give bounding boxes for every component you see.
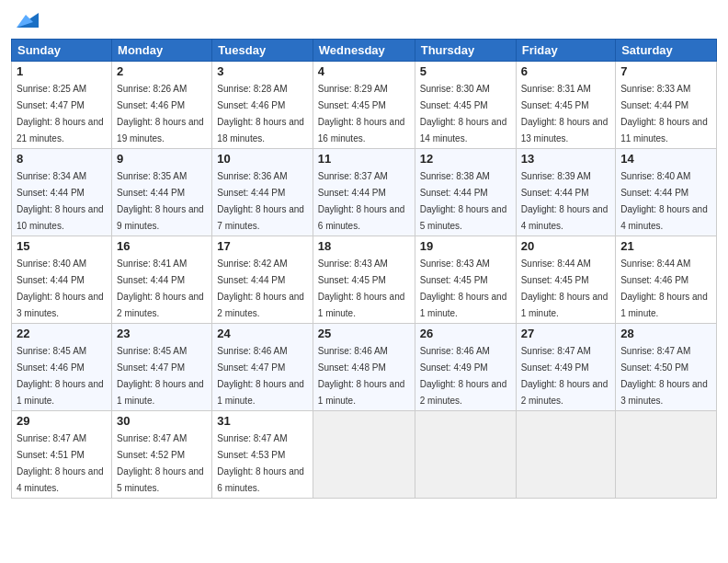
calendar-cell: 5 Sunrise: 8:30 AMSunset: 4:45 PMDayligh… [415,62,516,149]
day-number: 3 [217,64,307,78]
day-number: 8 [17,152,107,166]
day-info: Sunrise: 8:47 AMSunset: 4:50 PMDaylight:… [620,346,708,406]
day-number: 6 [521,64,611,78]
day-info: Sunrise: 8:47 AMSunset: 4:51 PMDaylight:… [17,433,104,493]
day-number: 17 [217,239,307,253]
day-number: 7 [620,64,711,78]
day-info: Sunrise: 8:42 AMSunset: 4:44 PMDaylight:… [217,259,304,318]
day-info: Sunrise: 8:47 AMSunset: 4:53 PMDaylight:… [217,433,304,493]
calendar-cell: 4 Sunrise: 8:29 AMSunset: 4:45 PMDayligh… [313,62,415,149]
day-info: Sunrise: 8:29 AMSunset: 4:45 PMDaylight:… [318,84,405,144]
day-info: Sunrise: 8:28 AMSunset: 4:46 PMDaylight:… [217,84,304,144]
calendar-cell [313,411,415,499]
day-info: Sunrise: 8:46 AMSunset: 4:47 PMDaylight:… [217,346,304,406]
day-info: Sunrise: 8:38 AMSunset: 4:44 PMDaylight:… [420,171,507,231]
day-info: Sunrise: 8:34 AMSunset: 4:44 PMDaylight:… [17,171,104,231]
day-number: 18 [318,239,410,253]
calendar-cell: 21 Sunrise: 8:44 AMSunset: 4:46 PMDaylig… [616,236,717,324]
calendar-cell: 30 Sunrise: 8:47 AMSunset: 4:52 PMDaylig… [112,411,212,499]
day-number: 30 [117,414,207,428]
day-info: Sunrise: 8:47 AMSunset: 4:49 PMDaylight:… [521,346,609,406]
day-info: Sunrise: 8:26 AMSunset: 4:46 PMDaylight:… [117,84,204,144]
calendar-cell: 25 Sunrise: 8:46 AMSunset: 4:48 PMDaylig… [313,324,415,411]
day-info: Sunrise: 8:39 AMSunset: 4:44 PMDaylight:… [521,171,609,231]
calendar: SundayMondayTuesdayWednesdayThursdayFrid… [11,39,717,499]
day-number: 15 [17,239,107,253]
day-header: Thursday [415,40,516,62]
day-info: Sunrise: 8:46 AMSunset: 4:49 PMDaylight:… [420,346,507,406]
calendar-cell: 22 Sunrise: 8:45 AMSunset: 4:46 PMDaylig… [12,324,112,411]
day-info: Sunrise: 8:45 AMSunset: 4:47 PMDaylight:… [117,346,204,406]
day-info: Sunrise: 8:46 AMSunset: 4:48 PMDaylight:… [318,346,405,406]
day-number: 11 [318,152,410,166]
day-number: 5 [420,64,511,78]
calendar-week: 1 Sunrise: 8:25 AMSunset: 4:47 PMDayligh… [12,62,717,149]
calendar-cell: 12 Sunrise: 8:38 AMSunset: 4:44 PMDaylig… [415,149,516,236]
day-info: Sunrise: 8:30 AMSunset: 4:45 PMDaylight:… [420,84,507,144]
calendar-cell: 15 Sunrise: 8:40 AMSunset: 4:44 PMDaylig… [12,236,112,324]
day-number: 22 [17,327,107,340]
day-info: Sunrise: 8:33 AMSunset: 4:44 PMDaylight:… [620,84,708,144]
day-number: 23 [117,327,207,340]
day-number: 20 [521,239,611,253]
calendar-cell: 31 Sunrise: 8:47 AMSunset: 4:53 PMDaylig… [212,411,313,499]
header [11,9,717,31]
day-info: Sunrise: 8:45 AMSunset: 4:46 PMDaylight:… [17,346,104,406]
calendar-week: 8 Sunrise: 8:34 AMSunset: 4:44 PMDayligh… [12,149,717,236]
calendar-cell: 20 Sunrise: 8:44 AMSunset: 4:45 PMDaylig… [516,236,616,324]
day-info: Sunrise: 8:44 AMSunset: 4:46 PMDaylight:… [620,259,708,318]
day-info: Sunrise: 8:40 AMSunset: 4:44 PMDaylight:… [17,259,104,318]
day-header: Friday [516,40,616,62]
calendar-week: 29 Sunrise: 8:47 AMSunset: 4:51 PMDaylig… [12,411,717,499]
day-number: 26 [420,327,511,340]
day-info: Sunrise: 8:44 AMSunset: 4:45 PMDaylight:… [521,259,609,318]
day-info: Sunrise: 8:31 AMSunset: 4:45 PMDaylight:… [521,84,609,144]
day-number: 14 [620,152,711,166]
calendar-cell: 2 Sunrise: 8:26 AMSunset: 4:46 PMDayligh… [112,62,212,149]
day-number: 16 [117,239,207,253]
calendar-cell [516,411,616,499]
day-number: 31 [217,414,307,428]
calendar-cell: 13 Sunrise: 8:39 AMSunset: 4:44 PMDaylig… [516,149,616,236]
day-number: 25 [318,327,410,340]
day-info: Sunrise: 8:25 AMSunset: 4:47 PMDaylight:… [17,84,104,144]
day-info: Sunrise: 8:36 AMSunset: 4:44 PMDaylight:… [217,171,304,231]
day-info: Sunrise: 8:43 AMSunset: 4:45 PMDaylight:… [318,259,405,318]
calendar-cell: 8 Sunrise: 8:34 AMSunset: 4:44 PMDayligh… [12,149,112,236]
day-number: 1 [17,64,107,78]
day-header: Saturday [616,40,717,62]
day-info: Sunrise: 8:47 AMSunset: 4:52 PMDaylight:… [117,433,204,493]
day-number: 27 [521,327,611,340]
day-number: 10 [217,152,307,166]
calendar-cell: 24 Sunrise: 8:46 AMSunset: 4:47 PMDaylig… [212,324,313,411]
calendar-cell: 3 Sunrise: 8:28 AMSunset: 4:46 PMDayligh… [212,62,313,149]
day-info: Sunrise: 8:43 AMSunset: 4:45 PMDaylight:… [420,259,507,318]
day-number: 9 [117,152,207,166]
calendar-cell: 11 Sunrise: 8:37 AMSunset: 4:44 PMDaylig… [313,149,415,236]
calendar-cell: 6 Sunrise: 8:31 AMSunset: 4:45 PMDayligh… [516,62,616,149]
calendar-cell: 19 Sunrise: 8:43 AMSunset: 4:45 PMDaylig… [415,236,516,324]
calendar-cell: 27 Sunrise: 8:47 AMSunset: 4:49 PMDaylig… [516,324,616,411]
calendar-cell: 14 Sunrise: 8:40 AMSunset: 4:44 PMDaylig… [616,149,717,236]
calendar-cell: 23 Sunrise: 8:45 AMSunset: 4:47 PMDaylig… [112,324,212,411]
logo-icon [13,6,39,31]
day-number: 21 [620,239,711,253]
calendar-cell: 17 Sunrise: 8:42 AMSunset: 4:44 PMDaylig… [212,236,313,324]
calendar-cell: 7 Sunrise: 8:33 AMSunset: 4:44 PMDayligh… [616,62,717,149]
calendar-week: 22 Sunrise: 8:45 AMSunset: 4:46 PMDaylig… [12,324,717,411]
calendar-cell: 10 Sunrise: 8:36 AMSunset: 4:44 PMDaylig… [212,149,313,236]
day-info: Sunrise: 8:35 AMSunset: 4:44 PMDaylight:… [117,171,204,231]
day-number: 19 [420,239,511,253]
day-number: 2 [117,64,207,78]
day-number: 29 [17,414,107,428]
logo [11,9,39,31]
calendar-week: 15 Sunrise: 8:40 AMSunset: 4:44 PMDaylig… [12,236,717,324]
day-number: 24 [217,327,307,340]
day-header-row: SundayMondayTuesdayWednesdayThursdayFrid… [12,40,717,62]
calendar-cell [616,411,717,499]
day-info: Sunrise: 8:41 AMSunset: 4:44 PMDaylight:… [117,259,204,318]
day-number: 13 [521,152,611,166]
day-number: 4 [318,64,410,78]
day-number: 12 [420,152,511,166]
calendar-cell: 1 Sunrise: 8:25 AMSunset: 4:47 PMDayligh… [12,62,112,149]
